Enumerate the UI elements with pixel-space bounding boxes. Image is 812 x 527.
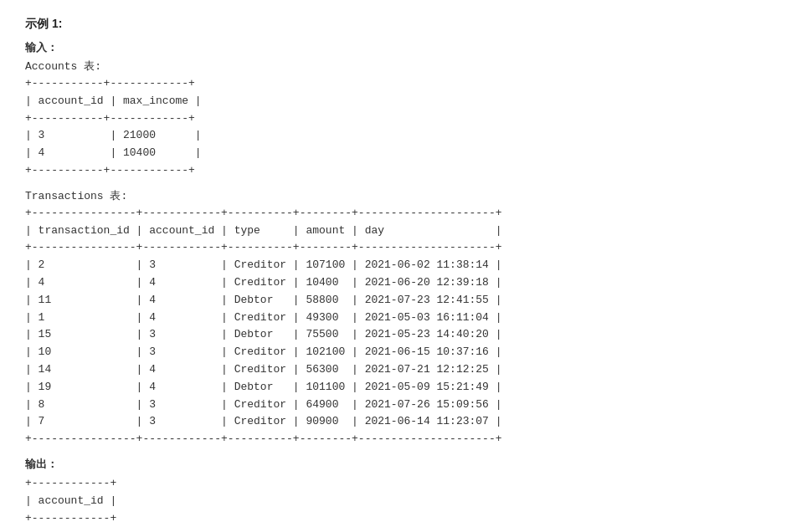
output-label: 输出： bbox=[25, 457, 787, 472]
accounts-table: +-----------+------------+ | account_id … bbox=[25, 75, 787, 180]
input-label: 输入： bbox=[25, 40, 787, 55]
example-title: 示例 1: bbox=[25, 17, 787, 32]
accounts-table-label: Accounts 表: bbox=[25, 59, 787, 74]
transactions-table: +----------------+------------+---------… bbox=[25, 205, 787, 448]
transactions-table-label: Transactions 表: bbox=[25, 188, 787, 203]
output-table: +------------+ | account_id | +---------… bbox=[25, 475, 787, 527]
